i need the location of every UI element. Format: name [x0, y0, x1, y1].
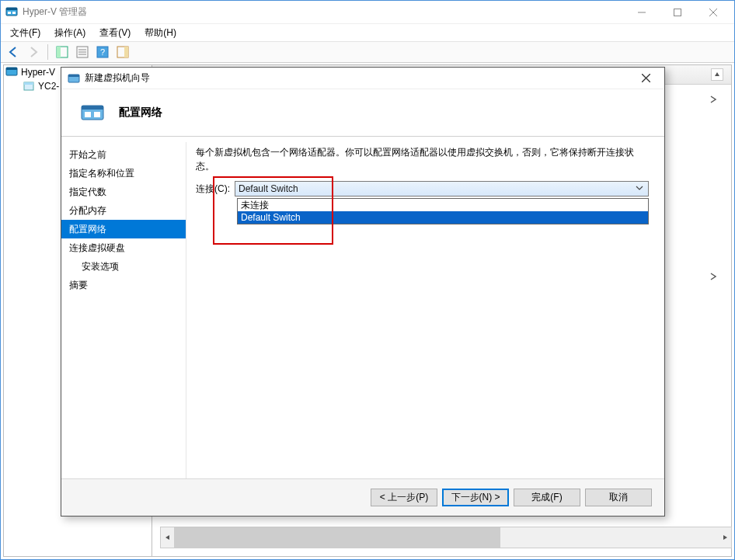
- svg-rect-27: [82, 106, 103, 110]
- chevron-right-icon: [709, 273, 719, 280]
- connection-dropdown[interactable]: 未连接 Default Switch: [237, 198, 649, 224]
- svg-rect-28: [85, 112, 91, 117]
- close-button[interactable]: [695, 2, 731, 23]
- nav-before-start[interactable]: 开始之前: [61, 145, 186, 164]
- connection-selected: Default Switch: [239, 183, 298, 194]
- wizard-dialog: 新建虚拟机向导 配置网络 开始之前 指定名称和位置 指定代数 分配内存 配置网络…: [61, 67, 665, 517]
- svg-rect-29: [94, 112, 100, 117]
- svg-rect-21: [24, 82, 33, 85]
- wizard-footer: < 上一步(P) 下一步(N) > 完成(F) 取消: [61, 478, 664, 516]
- minimize-button[interactable]: [624, 2, 660, 23]
- back-icon[interactable]: [4, 43, 23, 61]
- scroll-track[interactable]: [174, 527, 718, 548]
- wizard-header-title: 配置网络: [119, 106, 162, 120]
- scroll-thumb[interactable]: [174, 527, 500, 548]
- dropdown-item-not-connected[interactable]: 未连接: [238, 199, 648, 211]
- wizard-body: 开始之前 指定名称和位置 指定代数 分配内存 配置网络 连接虚拟硬盘 安装选项 …: [61, 142, 664, 478]
- svg-rect-23: [68, 75, 79, 77]
- app-icon: [5, 6, 18, 19]
- wizard-header-rule: [61, 136, 664, 137]
- toolbar: ?: [1, 41, 734, 63]
- scroll-left-icon[interactable]: [161, 527, 174, 548]
- svg-rect-2: [8, 12, 11, 14]
- nav-vhd[interactable]: 连接虚拟硬盘: [61, 238, 186, 257]
- previous-button-label: < 上一步(P): [380, 491, 428, 504]
- wizard-app-icon: [68, 72, 80, 85]
- maximize-button[interactable]: [660, 2, 695, 23]
- scroll-up-icon[interactable]: [711, 68, 723, 81]
- forward-icon[interactable]: [24, 43, 43, 61]
- tree-root-label: Hyper-V: [21, 67, 55, 78]
- wizard-description: 每个新虚拟机包含一个网络适配器。你可以配置网络适配器以使用虚拟交换机，否则，它将…: [196, 145, 649, 173]
- wizard-nav: 开始之前 指定名称和位置 指定代数 分配内存 配置网络 连接虚拟硬盘 安装选项 …: [61, 142, 186, 478]
- horizontal-scrollbar[interactable]: [160, 527, 732, 548]
- svg-rect-19: [6, 68, 17, 70]
- menubar: 文件(F) 操作(A) 查看(V) 帮助(H): [1, 24, 734, 41]
- svg-rect-1: [6, 8, 17, 10]
- show-hide-tree-icon[interactable]: [53, 43, 71, 61]
- cancel-button[interactable]: 取消: [585, 489, 652, 506]
- menu-file[interactable]: 文件(F): [4, 25, 47, 41]
- connection-row: 连接(C): Default Switch 未连接 Default Switch: [196, 181, 649, 197]
- connection-combo[interactable]: Default Switch: [235, 181, 649, 197]
- wizard-header-icon: [77, 102, 108, 123]
- menu-help[interactable]: 帮助(H): [138, 25, 183, 41]
- wizard-header: 配置网络: [61, 89, 664, 136]
- show-hide-action-icon[interactable]: [113, 43, 132, 61]
- cancel-button-label: 取消: [609, 491, 628, 504]
- finish-button-label: 完成(F): [531, 491, 562, 504]
- svg-rect-9: [57, 47, 61, 57]
- svg-rect-5: [674, 9, 681, 16]
- server-icon: [23, 80, 35, 92]
- finish-button[interactable]: 完成(F): [514, 489, 580, 506]
- main-titlebar: Hyper-V 管理器: [1, 1, 734, 24]
- nav-install-options[interactable]: 安装选项: [61, 257, 186, 276]
- wizard-close-button[interactable]: [632, 69, 660, 88]
- menu-view[interactable]: 查看(V): [93, 25, 137, 41]
- dropdown-item-default-switch[interactable]: Default Switch: [238, 211, 648, 224]
- next-button-label: 下一步(N) >: [451, 491, 500, 504]
- server-group-icon: [5, 66, 18, 78]
- main-title-text: Hyper-V 管理器: [23, 5, 87, 19]
- window-controls: [624, 2, 731, 23]
- next-button[interactable]: 下一步(N) >: [442, 489, 509, 506]
- main-window: Hyper-V 管理器 文件(F) 操作(A) 查看(V) 帮助(H): [0, 0, 735, 560]
- nav-name-location[interactable]: 指定名称和位置: [61, 164, 186, 183]
- chevron-right-icon: [709, 96, 719, 103]
- connection-label: 连接(C):: [196, 183, 230, 196]
- wizard-title-text: 新建虚拟机向导: [85, 71, 150, 85]
- nav-generation[interactable]: 指定代数: [61, 183, 186, 201]
- previous-button[interactable]: < 上一步(P): [371, 489, 437, 506]
- tree-child-label: YC2-: [38, 81, 59, 92]
- properties-icon[interactable]: [73, 43, 92, 61]
- svg-rect-3: [12, 12, 16, 14]
- chevron-down-icon: [633, 183, 645, 194]
- wizard-content: 每个新虚拟机包含一个网络适配器。你可以配置网络适配器以使用虚拟交换机，否则，它将…: [186, 142, 664, 478]
- scroll-right-icon[interactable]: [718, 527, 731, 548]
- svg-text:?: ?: [100, 47, 105, 57]
- svg-rect-17: [124, 47, 128, 57]
- nav-network[interactable]: 配置网络: [61, 220, 186, 238]
- nav-summary[interactable]: 摘要: [61, 276, 186, 294]
- nav-memory[interactable]: 分配内存: [61, 201, 186, 220]
- help-topic-icon[interactable]: ?: [93, 43, 112, 61]
- menu-action[interactable]: 操作(A): [48, 25, 92, 41]
- wizard-titlebar: 新建虚拟机向导: [61, 68, 664, 89]
- toolbar-separator: [47, 44, 48, 60]
